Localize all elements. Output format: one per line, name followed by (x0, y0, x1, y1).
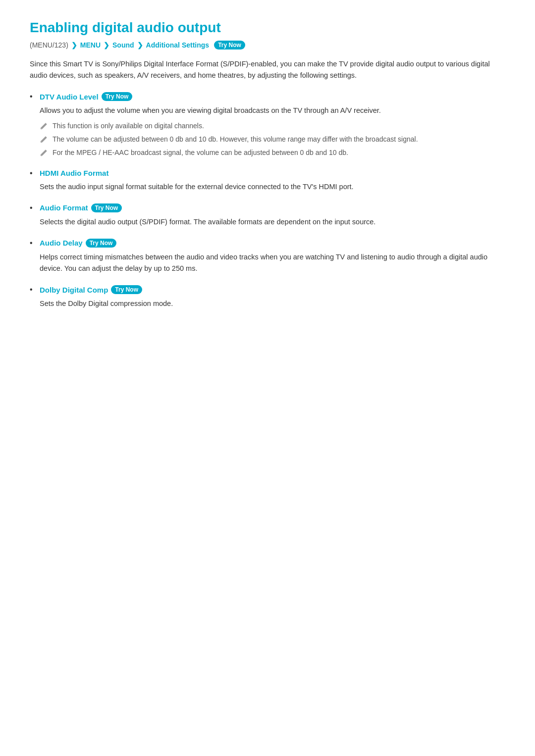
breadcrumb: (MENU/123) ❯ MENU ❯ Sound ❯ Additional S… (30, 41, 505, 50)
note-item-dtv-audio-level-2: For the MPEG / HE-AAC broadcast signal, … (40, 148, 505, 158)
note-text-dtv-audio-level-1: The volume can be adjusted between 0 db … (53, 134, 418, 145)
section-item-audio-format: Audio FormatTry NowSelects the digital a… (30, 203, 505, 228)
section-heading-text-dtv-audio-level: DTV Audio Level (40, 93, 99, 101)
section-heading-audio-delay: Audio DelayTry Now (40, 239, 505, 248)
note-item-dtv-audio-level-0: This function is only available on digit… (40, 121, 505, 131)
pencil-icon (40, 135, 49, 144)
note-text-dtv-audio-level-2: For the MPEG / HE-AAC broadcast signal, … (53, 148, 348, 158)
note-text-dtv-audio-level-0: This function is only available on digit… (53, 121, 204, 131)
breadcrumb-separator-3: ❯ (137, 41, 143, 49)
section-desc-hdmi-audio-format: Sets the audio input signal format suita… (40, 181, 505, 193)
try-now-badge-audio-format[interactable]: Try Now (91, 203, 122, 212)
section-item-dolby-digital-comp: Dolby Digital CompTry NowSets the Dolby … (30, 285, 505, 309)
pencil-icon (40, 121, 49, 130)
section-heading-dtv-audio-level: DTV Audio LevelTry Now (40, 92, 505, 101)
section-heading-audio-format: Audio FormatTry Now (40, 203, 505, 212)
section-desc-dolby-digital-comp: Sets the Dolby Digital compression mode. (40, 298, 505, 309)
section-item-hdmi-audio-format: HDMI Audio FormatSets the audio input si… (30, 169, 505, 193)
breadcrumb-sound[interactable]: Sound (112, 41, 134, 49)
section-item-audio-delay: Audio DelayTry NowHelps correct timing m… (30, 239, 505, 274)
note-item-dtv-audio-level-1: The volume can be adjusted between 0 db … (40, 134, 505, 145)
section-item-dtv-audio-level: DTV Audio LevelTry NowAllows you to adju… (30, 92, 505, 157)
section-desc-audio-delay: Helps correct timing mismatches between … (40, 252, 505, 274)
breadcrumb-separator-2: ❯ (104, 41, 109, 49)
section-heading-text-hdmi-audio-format: HDMI Audio Format (40, 169, 108, 177)
section-heading-text-dolby-digital-comp: Dolby Digital Comp (40, 286, 108, 294)
breadcrumb-menu-ref: (MENU/123) (30, 41, 68, 49)
breadcrumb-separator-1: ❯ (71, 41, 77, 49)
try-now-badge-audio-delay[interactable]: Try Now (86, 239, 117, 248)
section-list: DTV Audio LevelTry NowAllows you to adju… (30, 92, 505, 309)
page-title: Enabling digital audio output (30, 20, 505, 36)
section-desc-dtv-audio-level: Allows you to adjust the volume when you… (40, 105, 505, 116)
breadcrumb-menu[interactable]: MENU (80, 41, 101, 49)
intro-text: Since this Smart TV is Sony/Philips Digi… (30, 58, 505, 81)
breadcrumb-additional-settings[interactable]: Additional Settings (146, 41, 210, 49)
try-now-badge-dolby-digital-comp[interactable]: Try Now (111, 285, 142, 294)
section-desc-audio-format: Selects the digital audio output (S/PDIF… (40, 216, 505, 228)
section-notes-dtv-audio-level: This function is only available on digit… (40, 121, 505, 158)
pencil-icon (40, 148, 49, 157)
section-heading-dolby-digital-comp: Dolby Digital CompTry Now (40, 285, 505, 294)
try-now-badge-dtv-audio-level[interactable]: Try Now (102, 92, 133, 101)
section-heading-text-audio-format: Audio Format (40, 203, 88, 212)
section-heading-text-audio-delay: Audio Delay (40, 239, 83, 247)
section-heading-hdmi-audio-format: HDMI Audio Format (40, 169, 505, 177)
breadcrumb-try-now-badge[interactable]: Try Now (214, 41, 245, 50)
